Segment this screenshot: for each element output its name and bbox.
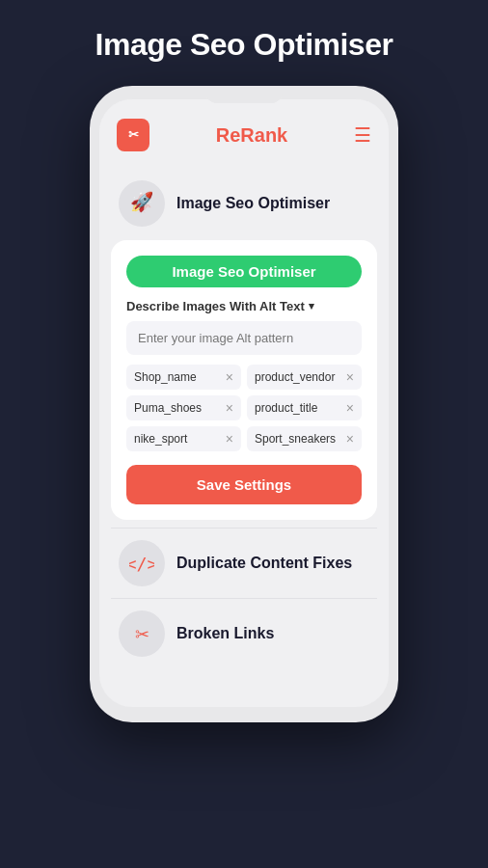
tag-product-title: product_title ×	[247, 395, 362, 420]
broken-links-icon-circle: ✂	[119, 610, 165, 657]
dropdown-label[interactable]: Describe Images With Alt Text ▾	[126, 299, 362, 313]
tag-close-icon[interactable]: ×	[226, 401, 233, 415]
tag-label: nike_sport	[134, 432, 187, 446]
hero-feature-title: Image Seo Optimiser	[176, 195, 330, 212]
alt-pattern-input[interactable]	[126, 321, 362, 355]
hero-icon-circle: 🚀	[119, 180, 165, 227]
duplicate-content-row[interactable]: </> Duplicate Content Fixes	[111, 530, 377, 596]
rocket-icon: 🚀	[129, 191, 154, 216]
svg-text:🚀: 🚀	[130, 191, 154, 213]
content-area: 🚀 Image Seo Optimiser Image Seo Optimise…	[99, 163, 389, 682]
divider	[111, 528, 377, 529]
tag-sport-sneakers: Sport_sneakers ×	[247, 426, 362, 451]
svg-text:</>: </>	[129, 554, 154, 574]
hero-feature-row: 🚀 Image Seo Optimiser	[111, 171, 377, 236]
phone-notch	[205, 86, 283, 103]
logo-svg-icon: ✂	[123, 125, 143, 145]
svg-text:✂: ✂	[128, 127, 139, 142]
dropdown-label-text: Describe Images With Alt Text	[126, 299, 305, 313]
tag-label: product_vendor	[255, 370, 335, 384]
tag-label: Puma_shoes	[134, 401, 202, 415]
phone-frame: ✂ ReRank ☰ 🚀 Image Seo Optimiser	[90, 86, 398, 722]
brand-name: ReRank	[216, 124, 287, 147]
link-broken-icon: ✂	[129, 621, 154, 646]
dropdown-arrow-icon: ▾	[309, 300, 314, 312]
divider-2	[111, 598, 377, 599]
duplicate-icon-circle: </>	[119, 540, 165, 586]
tag-close-icon[interactable]: ×	[346, 401, 354, 415]
tag-label: Sport_sneakers	[255, 432, 336, 446]
page-title: Image Seo Optimiser	[95, 27, 393, 63]
tag-nike-sport: nike_sport ×	[126, 426, 241, 451]
app-logo-icon: ✂	[117, 119, 149, 151]
save-settings-button[interactable]: Save Settings	[126, 465, 362, 504]
tag-close-icon[interactable]: ×	[226, 432, 233, 446]
broken-links-title: Broken Links	[176, 625, 274, 642]
green-badge: Image Seo Optimiser	[126, 256, 362, 287]
app-header: ✂ ReRank ☰	[99, 99, 389, 163]
duplicate-content-title: Duplicate Content Fixes	[176, 555, 352, 572]
tag-puma-shoes: Puma_shoes ×	[126, 395, 241, 420]
tag-label: Shop_name	[134, 370, 197, 384]
svg-text:✂: ✂	[135, 624, 149, 644]
tags-grid: Shop_name × product_vendor × Puma_shoes …	[126, 365, 362, 451]
image-seo-card: Image Seo Optimiser Describe Images With…	[111, 240, 377, 520]
tag-close-icon[interactable]: ×	[346, 432, 354, 446]
code-icon: </>	[129, 551, 154, 576]
tag-close-icon[interactable]: ×	[346, 370, 354, 384]
hamburger-icon[interactable]: ☰	[354, 125, 371, 145]
broken-links-row[interactable]: ✂ Broken Links	[111, 601, 377, 666]
tag-close-icon[interactable]: ×	[226, 370, 233, 384]
tag-shop-name: Shop_name ×	[126, 365, 241, 390]
tag-product-vendor: product_vendor ×	[247, 365, 362, 390]
phone-screen: ✂ ReRank ☰ 🚀 Image Seo Optimiser	[99, 99, 389, 707]
tag-label: product_title	[255, 401, 317, 415]
